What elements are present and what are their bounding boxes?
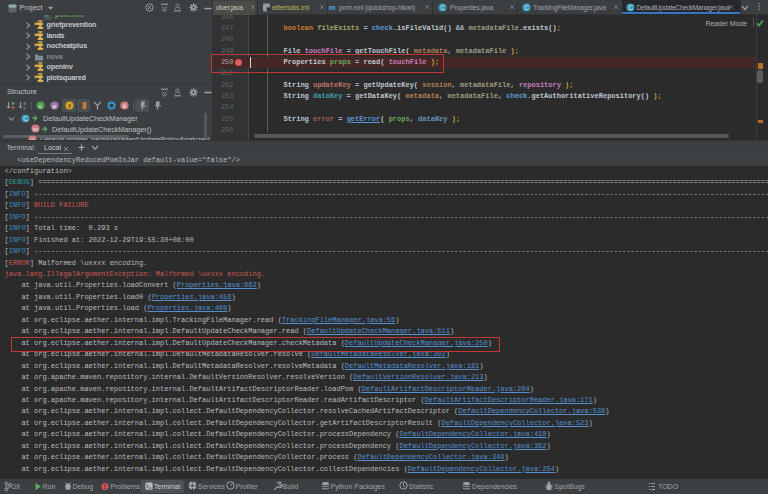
svg-text:z: z [23, 106, 26, 111]
svg-text:C: C [440, 4, 445, 11]
svg-text:C: C [524, 4, 529, 11]
svg-text:m: m [33, 126, 38, 132]
svg-text:p: p [53, 103, 57, 109]
svg-text:C: C [628, 4, 633, 11]
svg-text:C: C [23, 114, 28, 121]
